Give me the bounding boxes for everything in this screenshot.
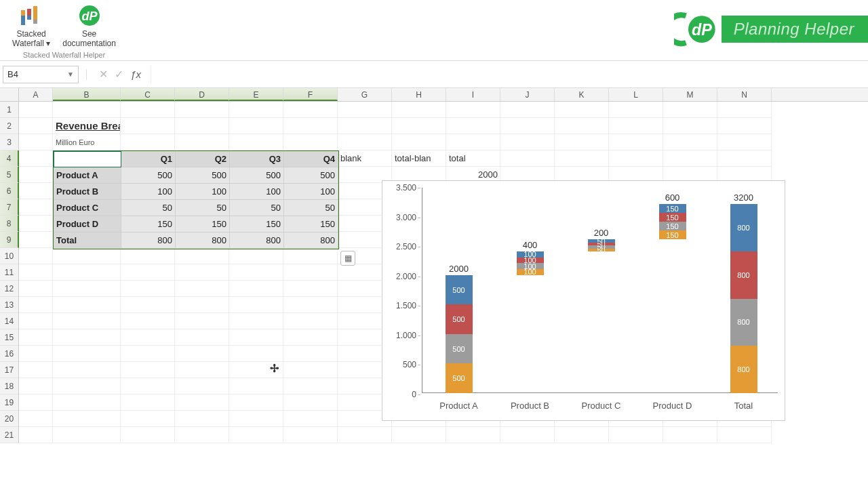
cell[interactable]	[229, 102, 283, 118]
row-header[interactable]: 2	[0, 118, 19, 134]
cell[interactable]	[446, 134, 500, 150]
cell[interactable]	[663, 134, 717, 150]
cell[interactable]	[283, 118, 338, 134]
table-cell[interactable]: 500	[284, 167, 338, 184]
column-header[interactable]: B	[53, 88, 121, 101]
quick-analysis-button[interactable]: ▦	[340, 251, 355, 266]
cell[interactable]	[229, 346, 283, 362]
cell[interactable]	[717, 118, 772, 134]
cell[interactable]	[717, 102, 772, 118]
cell[interactable]	[53, 378, 121, 394]
cell[interactable]	[53, 313, 121, 329]
cell[interactable]	[19, 118, 53, 134]
cell[interactable]	[175, 394, 229, 411]
spreadsheet-grid[interactable]: ABCDEFGHIJKLMN 1234567891011121314151617…	[0, 88, 868, 443]
cell[interactable]	[19, 216, 53, 232]
stacked-waterfall-button[interactable]: StackedWaterfall ▾	[8, 2, 54, 49]
row-header[interactable]: 13	[0, 297, 19, 313]
row-header[interactable]: 18	[0, 378, 19, 394]
name-box[interactable]: B4 ▼	[3, 66, 79, 83]
cell[interactable]	[19, 102, 53, 118]
cell[interactable]	[121, 427, 175, 443]
cell[interactable]	[53, 427, 121, 443]
cell[interactable]	[500, 118, 555, 134]
table-cell[interactable]: 800	[121, 232, 176, 249]
cell[interactable]: total-blan	[392, 150, 446, 167]
cell[interactable]	[500, 427, 555, 443]
cell[interactable]	[19, 378, 53, 394]
cell[interactable]	[175, 411, 229, 427]
table-header[interactable]: Q2	[176, 151, 230, 167]
cell[interactable]	[663, 102, 717, 118]
cell[interactable]	[663, 118, 717, 134]
cell[interactable]	[19, 183, 53, 199]
cell[interactable]	[121, 378, 175, 394]
cell[interactable]	[446, 427, 500, 443]
cell[interactable]: total	[446, 150, 500, 167]
column-header[interactable]: H	[392, 88, 446, 101]
cell[interactable]	[283, 248, 338, 264]
table-header[interactable]: Q4	[284, 151, 338, 167]
row-header[interactable]: 6	[0, 183, 19, 199]
cell[interactable]	[609, 427, 663, 443]
cell[interactable]	[121, 394, 175, 411]
cell[interactable]	[175, 248, 229, 264]
cell[interactable]	[53, 362, 121, 378]
cell[interactable]	[338, 118, 392, 134]
cell[interactable]	[175, 118, 229, 134]
column-header[interactable]: E	[229, 88, 283, 101]
cell[interactable]	[392, 427, 446, 443]
enter-icon[interactable]: ✓	[115, 68, 123, 81]
row-header[interactable]: 16	[0, 346, 19, 362]
formula-input[interactable]	[151, 66, 865, 83]
cell[interactable]	[283, 264, 338, 281]
cell[interactable]	[19, 362, 53, 378]
table-cell[interactable]: 500	[121, 167, 176, 184]
column-header[interactable]: A	[19, 88, 53, 101]
cell[interactable]	[175, 297, 229, 313]
cell[interactable]	[19, 346, 53, 362]
cell[interactable]	[121, 329, 175, 346]
cell[interactable]	[121, 346, 175, 362]
cell[interactable]	[53, 329, 121, 346]
table-cell[interactable]: 100	[284, 184, 338, 200]
cell[interactable]	[283, 134, 338, 150]
cell[interactable]	[175, 346, 229, 362]
cell[interactable]	[19, 297, 53, 313]
cell[interactable]	[338, 134, 392, 150]
cell[interactable]	[338, 102, 392, 118]
cell[interactable]	[175, 313, 229, 329]
cell[interactable]	[283, 362, 338, 378]
cell[interactable]	[121, 411, 175, 427]
table-row-label[interactable]: Product A	[54, 167, 121, 184]
table-row-label[interactable]: Total	[54, 232, 121, 249]
cell[interactable]	[283, 313, 338, 329]
cell[interactable]	[392, 102, 446, 118]
row-header[interactable]: 3	[0, 134, 19, 150]
cell[interactable]	[283, 281, 338, 297]
cell[interactable]	[229, 329, 283, 346]
cell[interactable]	[229, 134, 283, 150]
cell[interactable]	[121, 118, 175, 134]
cell[interactable]	[121, 281, 175, 297]
row-header[interactable]: 5	[0, 167, 19, 183]
cell[interactable]	[609, 150, 663, 167]
row-header[interactable]: 17	[0, 362, 19, 378]
cell[interactable]	[53, 248, 121, 264]
table-header[interactable]: Q3	[230, 151, 284, 167]
column-header[interactable]: L	[609, 88, 663, 101]
cell[interactable]	[446, 118, 500, 134]
cell[interactable]	[663, 150, 717, 167]
column-header[interactable]: F	[283, 88, 338, 101]
cell[interactable]	[175, 378, 229, 394]
column-header[interactable]: K	[555, 88, 609, 101]
row-header[interactable]: 1	[0, 102, 19, 118]
cell[interactable]	[283, 378, 338, 394]
cell[interactable]	[392, 134, 446, 150]
cell[interactable]	[19, 167, 53, 183]
cell[interactable]	[53, 297, 121, 313]
cell[interactable]	[283, 346, 338, 362]
cell[interactable]	[53, 411, 121, 427]
cell[interactable]	[555, 427, 609, 443]
cell[interactable]	[19, 232, 53, 248]
